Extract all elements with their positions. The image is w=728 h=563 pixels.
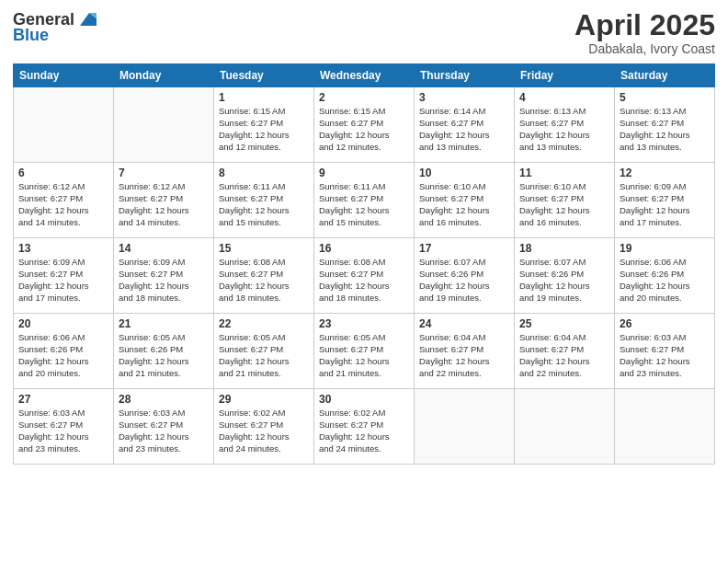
calendar-header-row: SundayMondayTuesdayWednesdayThursdayFrid… bbox=[14, 64, 715, 87]
day-info: Sunrise: 6:07 AM Sunset: 6:26 PM Dayligh… bbox=[519, 257, 609, 304]
day-info: Sunrise: 6:12 AM Sunset: 6:27 PM Dayligh… bbox=[119, 181, 209, 228]
day-number: 26 bbox=[620, 317, 710, 330]
weekday-header: Tuesday bbox=[214, 64, 314, 87]
day-number: 27 bbox=[18, 393, 108, 406]
day-number: 19 bbox=[620, 242, 710, 255]
calendar-cell: 5Sunrise: 6:13 AM Sunset: 6:27 PM Daylig… bbox=[615, 87, 715, 163]
weekday-header: Saturday bbox=[615, 64, 715, 87]
calendar-week-row: 20Sunrise: 6:06 AM Sunset: 6:26 PM Dayli… bbox=[14, 314, 715, 389]
day-number: 3 bbox=[419, 91, 509, 104]
day-number: 18 bbox=[519, 242, 609, 255]
day-info: Sunrise: 6:09 AM Sunset: 6:27 PM Dayligh… bbox=[18, 257, 108, 304]
day-info: Sunrise: 6:05 AM Sunset: 6:27 PM Dayligh… bbox=[219, 332, 309, 379]
day-info: Sunrise: 6:15 AM Sunset: 6:27 PM Dayligh… bbox=[219, 106, 309, 153]
calendar-cell: 8Sunrise: 6:11 AM Sunset: 6:27 PM Daylig… bbox=[214, 163, 314, 238]
day-number: 25 bbox=[519, 317, 609, 330]
calendar-cell: 28Sunrise: 6:03 AM Sunset: 6:27 PM Dayli… bbox=[114, 389, 214, 465]
day-number: 4 bbox=[519, 91, 609, 104]
day-info: Sunrise: 6:13 AM Sunset: 6:27 PM Dayligh… bbox=[519, 106, 609, 153]
day-info: Sunrise: 6:10 AM Sunset: 6:27 PM Dayligh… bbox=[419, 181, 509, 228]
calendar-cell: 13Sunrise: 6:09 AM Sunset: 6:27 PM Dayli… bbox=[14, 238, 114, 314]
calendar-cell: 20Sunrise: 6:06 AM Sunset: 6:26 PM Dayli… bbox=[14, 314, 114, 389]
day-number: 23 bbox=[319, 317, 409, 330]
calendar-cell: 1Sunrise: 6:15 AM Sunset: 6:27 PM Daylig… bbox=[214, 87, 314, 163]
day-info: Sunrise: 6:05 AM Sunset: 6:27 PM Dayligh… bbox=[319, 332, 409, 379]
day-number: 21 bbox=[119, 317, 209, 330]
day-info: Sunrise: 6:11 AM Sunset: 6:27 PM Dayligh… bbox=[219, 181, 309, 228]
day-number: 29 bbox=[219, 393, 309, 406]
day-number: 5 bbox=[620, 91, 710, 104]
day-info: Sunrise: 6:09 AM Sunset: 6:27 PM Dayligh… bbox=[620, 181, 710, 228]
calendar-cell bbox=[415, 389, 515, 465]
day-info: Sunrise: 6:03 AM Sunset: 6:27 PM Dayligh… bbox=[18, 408, 108, 454]
day-number: 30 bbox=[319, 393, 409, 406]
day-info: Sunrise: 6:02 AM Sunset: 6:27 PM Dayligh… bbox=[319, 408, 409, 454]
weekday-header: Thursday bbox=[415, 64, 515, 87]
day-number: 2 bbox=[319, 91, 409, 104]
day-number: 20 bbox=[18, 317, 108, 330]
calendar-cell: 11Sunrise: 6:10 AM Sunset: 6:27 PM Dayli… bbox=[515, 163, 615, 238]
day-info: Sunrise: 6:09 AM Sunset: 6:27 PM Dayligh… bbox=[119, 257, 209, 304]
logo-blue-text: Blue bbox=[13, 26, 49, 45]
day-number: 11 bbox=[519, 167, 609, 179]
calendar-cell: 29Sunrise: 6:02 AM Sunset: 6:27 PM Dayli… bbox=[214, 389, 314, 465]
day-number: 14 bbox=[119, 242, 209, 255]
day-number: 8 bbox=[219, 167, 309, 179]
calendar-week-row: 1Sunrise: 6:15 AM Sunset: 6:27 PM Daylig… bbox=[14, 87, 715, 163]
calendar-cell: 22Sunrise: 6:05 AM Sunset: 6:27 PM Dayli… bbox=[214, 314, 314, 389]
calendar-cell bbox=[515, 389, 615, 465]
day-info: Sunrise: 6:15 AM Sunset: 6:27 PM Dayligh… bbox=[319, 106, 409, 153]
day-number: 22 bbox=[219, 317, 309, 330]
calendar-cell: 16Sunrise: 6:08 AM Sunset: 6:27 PM Dayli… bbox=[314, 238, 415, 314]
day-info: Sunrise: 6:04 AM Sunset: 6:27 PM Dayligh… bbox=[419, 332, 509, 379]
calendar-cell: 14Sunrise: 6:09 AM Sunset: 6:27 PM Dayli… bbox=[114, 238, 214, 314]
logo-icon bbox=[76, 9, 97, 29]
header: General Blue April 2025 Dabakala, Ivory … bbox=[13, 9, 715, 56]
month-title: April 2025 bbox=[574, 9, 715, 41]
day-number: 17 bbox=[419, 242, 509, 255]
calendar-cell: 15Sunrise: 6:08 AM Sunset: 6:27 PM Dayli… bbox=[214, 238, 314, 314]
weekday-header: Friday bbox=[515, 64, 615, 87]
weekday-header: Wednesday bbox=[314, 64, 415, 87]
calendar-cell: 26Sunrise: 6:03 AM Sunset: 6:27 PM Dayli… bbox=[615, 314, 715, 389]
day-number: 9 bbox=[319, 167, 409, 179]
day-info: Sunrise: 6:12 AM Sunset: 6:27 PM Dayligh… bbox=[18, 181, 108, 228]
day-info: Sunrise: 6:11 AM Sunset: 6:27 PM Dayligh… bbox=[319, 181, 409, 228]
location-title: Dabakala, Ivory Coast bbox=[574, 41, 715, 56]
day-number: 6 bbox=[18, 167, 108, 179]
day-info: Sunrise: 6:06 AM Sunset: 6:26 PM Dayligh… bbox=[620, 257, 710, 304]
calendar-week-row: 6Sunrise: 6:12 AM Sunset: 6:27 PM Daylig… bbox=[14, 163, 715, 238]
calendar-week-row: 13Sunrise: 6:09 AM Sunset: 6:27 PM Dayli… bbox=[14, 238, 715, 314]
weekday-header: Sunday bbox=[14, 64, 114, 87]
calendar-cell: 19Sunrise: 6:06 AM Sunset: 6:26 PM Dayli… bbox=[615, 238, 715, 314]
calendar-week-row: 27Sunrise: 6:03 AM Sunset: 6:27 PM Dayli… bbox=[14, 389, 715, 465]
calendar-cell bbox=[14, 87, 114, 163]
day-info: Sunrise: 6:08 AM Sunset: 6:27 PM Dayligh… bbox=[219, 257, 309, 304]
calendar-cell: 23Sunrise: 6:05 AM Sunset: 6:27 PM Dayli… bbox=[314, 314, 415, 389]
calendar-cell: 17Sunrise: 6:07 AM Sunset: 6:26 PM Dayli… bbox=[415, 238, 515, 314]
day-info: Sunrise: 6:03 AM Sunset: 6:27 PM Dayligh… bbox=[620, 332, 710, 379]
day-number: 7 bbox=[119, 167, 209, 179]
logo: General Blue bbox=[13, 9, 97, 45]
day-number: 16 bbox=[319, 242, 409, 255]
calendar-cell: 21Sunrise: 6:05 AM Sunset: 6:26 PM Dayli… bbox=[114, 314, 214, 389]
day-info: Sunrise: 6:07 AM Sunset: 6:26 PM Dayligh… bbox=[419, 257, 509, 304]
calendar-cell: 9Sunrise: 6:11 AM Sunset: 6:27 PM Daylig… bbox=[314, 163, 415, 238]
calendar-cell: 10Sunrise: 6:10 AM Sunset: 6:27 PM Dayli… bbox=[415, 163, 515, 238]
day-info: Sunrise: 6:05 AM Sunset: 6:26 PM Dayligh… bbox=[119, 332, 209, 379]
weekday-header: Monday bbox=[114, 64, 214, 87]
calendar-cell: 2Sunrise: 6:15 AM Sunset: 6:27 PM Daylig… bbox=[314, 87, 415, 163]
calendar-cell: 27Sunrise: 6:03 AM Sunset: 6:27 PM Dayli… bbox=[14, 389, 114, 465]
calendar-cell: 12Sunrise: 6:09 AM Sunset: 6:27 PM Dayli… bbox=[615, 163, 715, 238]
calendar-cell: 25Sunrise: 6:04 AM Sunset: 6:27 PM Dayli… bbox=[515, 314, 615, 389]
calendar-table: SundayMondayTuesdayWednesdayThursdayFrid… bbox=[13, 63, 715, 465]
calendar-cell: 4Sunrise: 6:13 AM Sunset: 6:27 PM Daylig… bbox=[515, 87, 615, 163]
day-info: Sunrise: 6:04 AM Sunset: 6:27 PM Dayligh… bbox=[519, 332, 609, 379]
calendar-cell: 24Sunrise: 6:04 AM Sunset: 6:27 PM Dayli… bbox=[415, 314, 515, 389]
day-number: 15 bbox=[219, 242, 309, 255]
day-info: Sunrise: 6:06 AM Sunset: 6:26 PM Dayligh… bbox=[18, 332, 108, 379]
calendar-cell: 6Sunrise: 6:12 AM Sunset: 6:27 PM Daylig… bbox=[14, 163, 114, 238]
day-info: Sunrise: 6:13 AM Sunset: 6:27 PM Dayligh… bbox=[620, 106, 710, 153]
day-info: Sunrise: 6:08 AM Sunset: 6:27 PM Dayligh… bbox=[319, 257, 409, 304]
calendar-cell: 7Sunrise: 6:12 AM Sunset: 6:27 PM Daylig… bbox=[114, 163, 214, 238]
